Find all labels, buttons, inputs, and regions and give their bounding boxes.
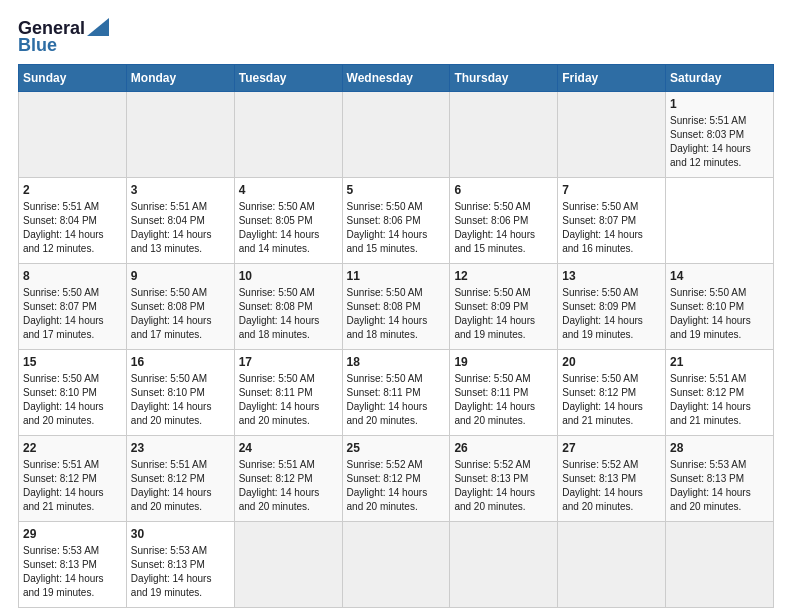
day-number: 14 bbox=[670, 268, 769, 285]
weekday-header-row: SundayMondayTuesdayWednesdayThursdayFrid… bbox=[19, 65, 774, 92]
sunset-text: Sunset: 8:10 PM bbox=[131, 387, 205, 398]
day-number: 6 bbox=[454, 182, 553, 199]
daylight-label: Daylight: 14 hours and 20 minutes. bbox=[239, 487, 320, 512]
calendar-day-cell bbox=[19, 92, 127, 178]
sunset-text: Sunset: 8:10 PM bbox=[670, 301, 744, 312]
sunrise-text: Sunrise: 5:53 AM bbox=[131, 545, 207, 556]
day-number: 26 bbox=[454, 440, 553, 457]
daylight-label: Daylight: 14 hours and 13 minutes. bbox=[131, 229, 212, 254]
calendar-day-cell bbox=[234, 522, 342, 608]
sunset-text: Sunset: 8:12 PM bbox=[562, 387, 636, 398]
calendar-day-cell: 27 Sunrise: 5:52 AM Sunset: 8:13 PM Dayl… bbox=[558, 436, 666, 522]
svg-marker-0 bbox=[87, 18, 109, 36]
day-number: 17 bbox=[239, 354, 338, 371]
sunset-text: Sunset: 8:12 PM bbox=[239, 473, 313, 484]
daylight-label: Daylight: 14 hours and 12 minutes. bbox=[23, 229, 104, 254]
sunrise-text: Sunrise: 5:50 AM bbox=[347, 201, 423, 212]
daylight-label: Daylight: 14 hours and 18 minutes. bbox=[347, 315, 428, 340]
sunrise-text: Sunrise: 5:53 AM bbox=[670, 459, 746, 470]
sunrise-text: Sunrise: 5:50 AM bbox=[562, 287, 638, 298]
daylight-label: Daylight: 14 hours and 21 minutes. bbox=[670, 401, 751, 426]
calendar-day-cell: 4 Sunrise: 5:50 AM Sunset: 8:05 PM Dayli… bbox=[234, 178, 342, 264]
sunset-text: Sunset: 8:11 PM bbox=[454, 387, 528, 398]
sunset-text: Sunset: 8:06 PM bbox=[454, 215, 528, 226]
sunrise-text: Sunrise: 5:53 AM bbox=[23, 545, 99, 556]
day-number: 15 bbox=[23, 354, 122, 371]
header: General Blue bbox=[18, 18, 774, 54]
sunrise-text: Sunrise: 5:50 AM bbox=[239, 287, 315, 298]
sunset-text: Sunset: 8:12 PM bbox=[670, 387, 744, 398]
daylight-label: Daylight: 14 hours and 17 minutes. bbox=[23, 315, 104, 340]
sunset-text: Sunset: 8:13 PM bbox=[23, 559, 97, 570]
sunset-text: Sunset: 8:13 PM bbox=[454, 473, 528, 484]
sunrise-text: Sunrise: 5:51 AM bbox=[131, 459, 207, 470]
sunrise-text: Sunrise: 5:50 AM bbox=[454, 201, 530, 212]
day-number: 28 bbox=[670, 440, 769, 457]
calendar-day-cell: 1 Sunrise: 5:51 AM Sunset: 8:03 PM Dayli… bbox=[666, 92, 774, 178]
logo-text-blue: Blue bbox=[18, 36, 57, 54]
sunrise-text: Sunrise: 5:52 AM bbox=[347, 459, 423, 470]
daylight-label: Daylight: 14 hours and 19 minutes. bbox=[131, 573, 212, 598]
calendar-week-row: 2 Sunrise: 5:51 AM Sunset: 8:04 PM Dayli… bbox=[19, 178, 774, 264]
weekday-header-monday: Monday bbox=[126, 65, 234, 92]
calendar-day-cell bbox=[342, 92, 450, 178]
calendar-day-cell: 10 Sunrise: 5:50 AM Sunset: 8:08 PM Dayl… bbox=[234, 264, 342, 350]
day-number: 1 bbox=[670, 96, 769, 113]
calendar-day-cell: 6 Sunrise: 5:50 AM Sunset: 8:06 PM Dayli… bbox=[450, 178, 558, 264]
calendar-day-cell: 5 Sunrise: 5:50 AM Sunset: 8:06 PM Dayli… bbox=[342, 178, 450, 264]
calendar-day-cell: 24 Sunrise: 5:51 AM Sunset: 8:12 PM Dayl… bbox=[234, 436, 342, 522]
sunrise-text: Sunrise: 5:52 AM bbox=[562, 459, 638, 470]
daylight-label: Daylight: 14 hours and 14 minutes. bbox=[239, 229, 320, 254]
day-number: 24 bbox=[239, 440, 338, 457]
day-number: 11 bbox=[347, 268, 446, 285]
day-number: 18 bbox=[347, 354, 446, 371]
daylight-label: Daylight: 14 hours and 20 minutes. bbox=[347, 401, 428, 426]
sunset-text: Sunset: 8:11 PM bbox=[239, 387, 313, 398]
daylight-label: Daylight: 14 hours and 20 minutes. bbox=[670, 487, 751, 512]
calendar-day-cell: 8 Sunrise: 5:50 AM Sunset: 8:07 PM Dayli… bbox=[19, 264, 127, 350]
day-number: 21 bbox=[670, 354, 769, 371]
calendar-day-cell: 23 Sunrise: 5:51 AM Sunset: 8:12 PM Dayl… bbox=[126, 436, 234, 522]
calendar-day-cell bbox=[666, 522, 774, 608]
calendar-day-cell: 28 Sunrise: 5:53 AM Sunset: 8:13 PM Dayl… bbox=[666, 436, 774, 522]
daylight-label: Daylight: 14 hours and 20 minutes. bbox=[562, 487, 643, 512]
day-number: 19 bbox=[454, 354, 553, 371]
day-number: 8 bbox=[23, 268, 122, 285]
calendar-day-cell: 2 Sunrise: 5:51 AM Sunset: 8:04 PM Dayli… bbox=[19, 178, 127, 264]
calendar-table: SundayMondayTuesdayWednesdayThursdayFrid… bbox=[18, 64, 774, 608]
calendar-week-row: 15 Sunrise: 5:50 AM Sunset: 8:10 PM Dayl… bbox=[19, 350, 774, 436]
page: General Blue SundayMondayTuesdayWednesda… bbox=[0, 0, 792, 612]
calendar-day-cell: 25 Sunrise: 5:52 AM Sunset: 8:12 PM Dayl… bbox=[342, 436, 450, 522]
daylight-label: Daylight: 14 hours and 20 minutes. bbox=[454, 401, 535, 426]
daylight-label: Daylight: 14 hours and 20 minutes. bbox=[347, 487, 428, 512]
weekday-header-saturday: Saturday bbox=[666, 65, 774, 92]
sunset-text: Sunset: 8:13 PM bbox=[670, 473, 744, 484]
daylight-label: Daylight: 14 hours and 21 minutes. bbox=[562, 401, 643, 426]
sunrise-text: Sunrise: 5:50 AM bbox=[454, 287, 530, 298]
sunrise-text: Sunrise: 5:51 AM bbox=[670, 373, 746, 384]
sunrise-text: Sunrise: 5:50 AM bbox=[347, 287, 423, 298]
day-number: 12 bbox=[454, 268, 553, 285]
sunset-text: Sunset: 8:12 PM bbox=[131, 473, 205, 484]
sunset-text: Sunset: 8:07 PM bbox=[562, 215, 636, 226]
calendar-day-cell bbox=[450, 522, 558, 608]
day-number: 23 bbox=[131, 440, 230, 457]
sunset-text: Sunset: 8:08 PM bbox=[239, 301, 313, 312]
logo: General Blue bbox=[18, 18, 109, 54]
weekday-header-tuesday: Tuesday bbox=[234, 65, 342, 92]
day-number: 29 bbox=[23, 526, 122, 543]
sunrise-text: Sunrise: 5:52 AM bbox=[454, 459, 530, 470]
daylight-label: Daylight: 14 hours and 18 minutes. bbox=[239, 315, 320, 340]
calendar-day-cell: 26 Sunrise: 5:52 AM Sunset: 8:13 PM Dayl… bbox=[450, 436, 558, 522]
daylight-label: Daylight: 14 hours and 20 minutes. bbox=[454, 487, 535, 512]
calendar-day-cell: 17 Sunrise: 5:50 AM Sunset: 8:11 PM Dayl… bbox=[234, 350, 342, 436]
sunrise-text: Sunrise: 5:50 AM bbox=[562, 201, 638, 212]
daylight-label: Daylight: 14 hours and 15 minutes. bbox=[454, 229, 535, 254]
calendar-day-cell: 7 Sunrise: 5:50 AM Sunset: 8:07 PM Dayli… bbox=[558, 178, 666, 264]
daylight-label: Daylight: 14 hours and 16 minutes. bbox=[562, 229, 643, 254]
sunset-text: Sunset: 8:04 PM bbox=[23, 215, 97, 226]
calendar-week-row: 1 Sunrise: 5:51 AM Sunset: 8:03 PM Dayli… bbox=[19, 92, 774, 178]
day-number: 10 bbox=[239, 268, 338, 285]
calendar-day-cell bbox=[126, 92, 234, 178]
daylight-label: Daylight: 14 hours and 20 minutes. bbox=[23, 401, 104, 426]
